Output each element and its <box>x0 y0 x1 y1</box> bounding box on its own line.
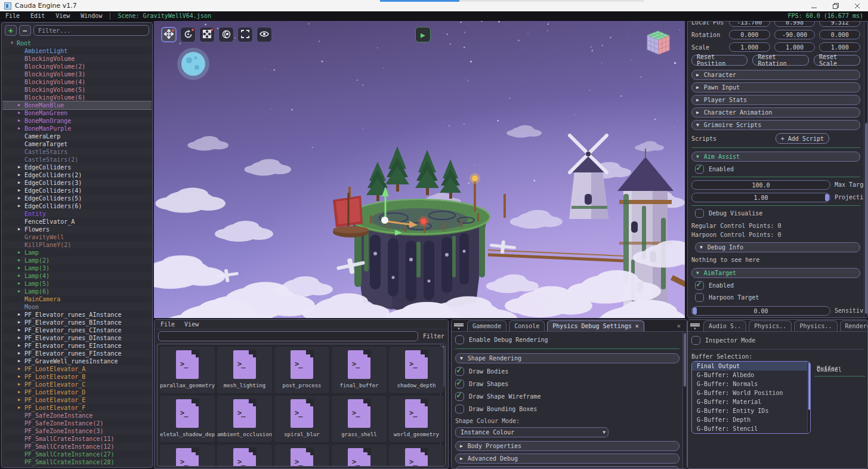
panel-menu-icon[interactable]: ▾ <box>690 323 700 330</box>
tab-physics-[interactable]: Physics.. <box>749 320 792 331</box>
hierarchy-filter-input[interactable] <box>33 25 149 36</box>
panel-menu-icon[interactable]: ▾ <box>454 323 464 330</box>
buffer-option[interactable]: G-Buffer: World Position <box>692 388 810 397</box>
rotate-tool[interactable] <box>180 27 196 42</box>
add-script-button[interactable]: + Add Script <box>776 133 829 144</box>
tree-item[interactable]: ▶PF_LootElevator_F <box>2 404 152 412</box>
asset-item[interactable]: >_final_buffer <box>332 347 387 393</box>
tree-item[interactable]: ▶PF_Elevator_runes_CInstance <box>2 326 152 334</box>
tree-item[interactable]: MainCamera <box>2 295 152 303</box>
tree-item[interactable]: ▶Lamp(6) <box>2 288 152 295</box>
transform-value-field[interactable]: 1.000 <box>774 42 816 52</box>
menu-window[interactable]: Window <box>75 13 107 19</box>
buffer-option[interactable]: G-Buffer: Entity IDs <box>692 406 810 415</box>
tree-item[interactable]: GravityWell <box>2 233 152 241</box>
tree-item[interactable]: ▶PF_Elevator_runes_DInstance <box>2 334 152 342</box>
tab-gamemode[interactable]: Gamemode <box>467 320 506 331</box>
tree-item[interactable]: ▶EdgeColliders(3) <box>2 179 152 187</box>
tree-item[interactable]: BlockingVolume(2) <box>2 63 152 70</box>
asset-item-partial[interactable]: >_ <box>274 445 329 467</box>
tree-item[interactable]: PF_SafeZoneInstance(3) <box>2 427 152 435</box>
asset-item[interactable]: >_parallax_geometry <box>160 347 215 393</box>
tab-close-icon[interactable]: × <box>635 323 639 329</box>
tree-item[interactable]: ▶BoneManBlue <box>2 101 152 109</box>
harpoon-target-checkbox[interactable]: Harpoon Target <box>695 293 860 302</box>
asset-item[interactable]: >_spiral_blur <box>274 396 329 442</box>
tree-item[interactable]: PF_SmallCrateInstance(27) <box>2 451 152 458</box>
tree-item[interactable]: BlockingVolume(3) <box>2 70 152 78</box>
tree-item[interactable]: ▶Flowers <box>2 226 152 233</box>
tree-item[interactable]: ▶PF_LootElevator_C <box>2 381 152 388</box>
assets-menu-file[interactable]: File <box>160 321 175 328</box>
slider-field[interactable]: 100.0 <box>691 180 830 190</box>
tree-item[interactable]: BlockingVolume(4) <box>2 78 152 86</box>
asset-item[interactable]: >_post_process <box>274 347 329 393</box>
tree-item[interactable]: ▶PF_LootElevator_D <box>2 388 152 396</box>
section-constraints[interactable]: ▶Constraints <box>455 466 679 469</box>
tree-item[interactable]: CameraTarget <box>2 140 152 148</box>
debug-visualise-checkbox[interactable]: Debug Visualise <box>695 209 860 218</box>
inspector-mode-checkbox[interactable]: Inspector Mode <box>691 336 864 345</box>
tree-item[interactable]: PF_SafeZoneInstance(2) <box>2 419 152 427</box>
reset-position-button[interactable]: Reset Position <box>691 55 747 66</box>
tree-item[interactable]: ▶PF_Elevator_runes_AInstance <box>2 311 152 319</box>
tree-item[interactable]: CastleStairs(2) <box>2 156 152 163</box>
tree-item[interactable]: ▼Root <box>2 39 152 47</box>
close-button[interactable] <box>847 0 868 11</box>
slider-handle[interactable] <box>825 194 829 201</box>
transform-value-field[interactable]: 9.312 <box>819 21 860 27</box>
tab-physics-debug-settings[interactable]: Physics Debug Settings× <box>547 320 644 331</box>
transform-value-field[interactable]: 1.000 <box>729 42 770 52</box>
asset-item-partial[interactable]: >_ <box>217 445 272 467</box>
asset-item[interactable]: >_ambient_occlusion <box>217 396 272 442</box>
draw-bounding-boxes-checkbox[interactable]: Draw Bounding Boxes <box>455 405 679 414</box>
tree-item[interactable]: KillPlaneY(2) <box>2 241 152 249</box>
assets-filter-input[interactable] <box>158 331 418 341</box>
tree-item[interactable]: ▶BoneManOrange <box>2 117 152 125</box>
transform-value-field[interactable]: 0.998 <box>774 21 816 27</box>
tree-item[interactable]: ▶PF_Elevator_runes_BInstance <box>2 319 152 326</box>
tree-item[interactable]: ▶Lamp <box>2 249 152 257</box>
section-character[interactable]: ▶Character <box>691 70 860 80</box>
tree-item[interactable]: AmbientLight <box>2 47 152 55</box>
tree-item[interactable]: BlockingVolume(5) <box>2 86 152 94</box>
section-pawn-input[interactable]: ▶Pawn Input <box>691 82 860 92</box>
add-entity-button[interactable]: + <box>5 25 17 36</box>
transform-value-field[interactable]: -13.700 <box>729 21 770 27</box>
tree-item[interactable]: Entity <box>2 210 152 218</box>
assets-menu-view[interactable]: View <box>184 321 199 328</box>
tree-item[interactable]: ▶PF_LootElevator_A <box>2 365 152 373</box>
tree-item[interactable]: ▶EdgeColliders <box>2 163 152 171</box>
section-grimoire-scripts[interactable]: ▼ Grimoire Scripts <box>691 120 860 130</box>
frame-selection-tool[interactable] <box>237 27 253 42</box>
menu-edit[interactable]: Edit <box>25 13 50 19</box>
section-shape-rendering[interactable]: ▼ Shape Rendering <box>455 353 679 363</box>
world-space-tool[interactable] <box>218 27 234 42</box>
tree-item[interactable]: ▶PF_LootElevator_B <box>2 373 152 381</box>
tab-rendere-[interactable]: Rendere.. <box>840 320 868 331</box>
asset-item[interactable]: >_shadow_depth <box>389 347 444 393</box>
tree-item[interactable]: ▶EdgeColliders(5) <box>2 195 152 202</box>
asset-item[interactable]: >_skeletal_shadow_depth <box>160 396 215 442</box>
reset-rotation-button[interactable]: Reset Rotation <box>752 55 808 66</box>
tree-item[interactable]: PF_SmallCrateInstance(32) <box>2 466 152 467</box>
asset-item[interactable]: >_world_geometry <box>389 396 444 442</box>
asset-item[interactable]: >_mesh_lighting <box>217 347 272 393</box>
scale-tool[interactable] <box>199 27 215 42</box>
tree-item[interactable]: PF_SmallCrateInstance(11) <box>2 435 152 443</box>
tree-item[interactable]: ▶BoneManPurple <box>2 125 152 132</box>
section-aim-assist[interactable]: ▼ Aim Assist <box>691 152 860 162</box>
restore-button[interactable] <box>825 0 847 11</box>
tree-item[interactable]: ▶PF_Elevator_runes_FInstance <box>2 350 152 357</box>
slider-field[interactable]: 1.00 <box>691 193 830 202</box>
slider-field[interactable]: 0.00 <box>691 306 830 316</box>
buffer-option[interactable]: G-Buffer: Material <box>692 397 810 406</box>
section-debug-info[interactable]: ▼ Debug Info <box>695 242 860 252</box>
tree-item[interactable]: ▶EdgeColliders(4) <box>2 187 152 195</box>
slider-handle[interactable] <box>693 307 697 314</box>
aim-target-enabled-checkbox[interactable]: ✓ Enabled <box>695 281 860 290</box>
tree-item[interactable]: ▶EdgeColliders(6) <box>2 202 152 210</box>
orientation-cube[interactable] <box>642 26 674 59</box>
buffer-option[interactable]: G-Buffer: Normals <box>692 379 810 388</box>
tree-item[interactable]: PF_SmallCrateInstance(28) <box>2 458 152 466</box>
